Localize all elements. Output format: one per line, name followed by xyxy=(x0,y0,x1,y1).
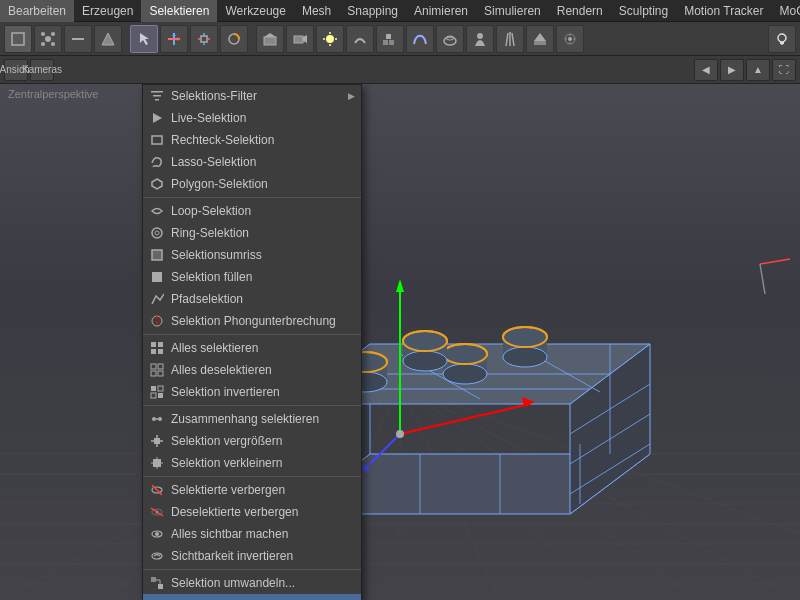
menu-item-loop[interactable]: Loop-Selektion xyxy=(143,200,361,222)
toolbar-view: Ansicht Kameras ◀ ▶ ▲ ⛶ xyxy=(0,56,800,84)
view-nav-up[interactable]: ▲ xyxy=(746,59,770,81)
menu-item-connect[interactable]: Zusammenhang selektieren xyxy=(143,408,361,430)
menu-bearbeiten[interactable]: Bearbeiten xyxy=(0,0,74,22)
svg-line-101 xyxy=(760,259,790,264)
grow-icon xyxy=(149,433,165,449)
menu-item-all[interactable]: Alles selektieren xyxy=(143,337,361,359)
ring-icon xyxy=(149,225,165,241)
svg-rect-105 xyxy=(155,99,159,101)
toolbar-char[interactable] xyxy=(466,25,494,53)
menu-mograph[interactable]: MoGraph xyxy=(772,0,800,22)
svg-point-32 xyxy=(477,33,483,39)
invert-icon xyxy=(149,384,165,400)
svg-point-84 xyxy=(443,364,487,384)
svg-rect-36 xyxy=(534,41,546,45)
toolbar-fx[interactable] xyxy=(556,25,584,53)
toolbar-mode-pts[interactable] xyxy=(34,25,62,53)
svg-rect-29 xyxy=(386,34,391,39)
viewport-scene xyxy=(0,84,800,600)
toolbar-scale[interactable] xyxy=(190,25,218,53)
svg-marker-107 xyxy=(152,179,162,189)
svg-point-3 xyxy=(51,32,55,36)
toolbar-hair[interactable] xyxy=(496,25,524,53)
show-all-icon xyxy=(149,526,165,542)
rect-icon xyxy=(149,132,165,148)
toolbar-select[interactable] xyxy=(130,25,158,53)
menu-rendern[interactable]: Rendern xyxy=(549,0,611,22)
path-icon xyxy=(149,291,165,307)
menu-item-invert-vis[interactable]: Sichtbarkeit invertieren xyxy=(143,545,361,567)
menu-item-lasso[interactable]: Lasso-Selektion xyxy=(143,151,361,173)
menu-item-rect[interactable]: Rechteck-Selektion xyxy=(143,129,361,151)
toolbar-nurbs[interactable] xyxy=(436,25,464,53)
menu-item-freeze[interactable]: Selektion einfrieren xyxy=(143,594,361,600)
svg-rect-104 xyxy=(153,95,161,97)
menu-item-live[interactable]: Live-Selektion xyxy=(143,107,361,129)
svg-rect-103 xyxy=(151,91,163,93)
toolbar-light[interactable] xyxy=(316,25,344,53)
dropdown-menu: Selektions-Filter Live-Selektion Rechtec… xyxy=(142,84,362,600)
toolbar-bulb[interactable] xyxy=(768,25,796,53)
menu-item-convert[interactable]: Selektion umwandeln... xyxy=(143,572,361,594)
toolbar-rotate[interactable] xyxy=(220,25,248,53)
menu-item-filter[interactable]: Selektions-Filter xyxy=(143,85,361,107)
filter-icon xyxy=(149,88,165,104)
menu-item-outline[interactable]: Selektionsumriss xyxy=(143,244,361,266)
menu-animieren[interactable]: Animieren xyxy=(406,0,476,22)
menu-werkzeuge[interactable]: Werkzeuge xyxy=(217,0,293,22)
menu-item-invert[interactable]: Selektion invertieren xyxy=(143,381,361,403)
lasso-icon xyxy=(149,154,165,170)
svg-marker-7 xyxy=(102,33,114,45)
menu-item-show-all[interactable]: Alles sichtbar machen xyxy=(143,523,361,545)
menu-selektieren[interactable]: Selektieren xyxy=(141,0,217,22)
menu-item-grow[interactable]: Selektion vergrößern xyxy=(143,430,361,452)
toolbar-mode-edge[interactable] xyxy=(64,25,92,53)
view-nav-right[interactable]: ▶ xyxy=(720,59,744,81)
menu-item-hide-desel[interactable]: Deselektierte verbergen xyxy=(143,501,361,523)
menu-sculpting[interactable]: Sculpting xyxy=(611,0,676,22)
live-icon xyxy=(149,110,165,126)
svg-rect-12 xyxy=(201,36,207,42)
svg-rect-106 xyxy=(152,136,162,144)
menu-simulieren[interactable]: Simulieren xyxy=(476,0,549,22)
view-fullscreen[interactable]: ⛶ xyxy=(772,59,796,81)
phong-icon xyxy=(149,313,165,329)
svg-rect-134 xyxy=(153,459,161,467)
svg-rect-120 xyxy=(151,371,156,376)
menu-item-phong[interactable]: Selektion Phongunterbrechung xyxy=(143,310,361,332)
toolbar-scene[interactable] xyxy=(526,25,554,53)
svg-point-38 xyxy=(568,37,572,41)
menu-item-shrink[interactable]: Selektion verkleinern xyxy=(143,452,361,474)
svg-point-99 xyxy=(363,465,369,471)
menu-item-path[interactable]: Pfadselektion xyxy=(143,288,361,310)
toolbar-deform[interactable] xyxy=(346,25,374,53)
toolbar-move[interactable] xyxy=(160,25,188,53)
menu-item-poly[interactable]: Polygon-Selektion xyxy=(143,173,361,195)
menu-snapping[interactable]: Snapping xyxy=(339,0,406,22)
view-nav-left[interactable]: ◀ xyxy=(694,59,718,81)
svg-rect-114 xyxy=(151,342,156,347)
menu-motion-tracker[interactable]: Motion Tracker xyxy=(676,0,771,22)
invert-vis-icon xyxy=(149,548,165,564)
svg-point-22 xyxy=(326,35,334,43)
menu-item-ring[interactable]: Ring-Selektion xyxy=(143,222,361,244)
menu-item-fill[interactable]: Selektion füllen xyxy=(143,266,361,288)
menu-item-desel[interactable]: Alles deselektieren xyxy=(143,359,361,381)
svg-point-109 xyxy=(155,231,159,235)
toolbar-mode-poly[interactable] xyxy=(94,25,122,53)
svg-rect-18 xyxy=(264,37,276,45)
toolbar-main xyxy=(0,22,800,56)
menu-erzeugen[interactable]: Erzeugen xyxy=(74,0,141,22)
toolbar-obj-icon[interactable] xyxy=(256,25,284,53)
toolbar-mode-obj[interactable] xyxy=(4,25,32,53)
toolbar-array[interactable] xyxy=(376,25,404,53)
outline-icon xyxy=(149,247,165,263)
menu-mesh[interactable]: Mesh xyxy=(294,0,339,22)
svg-rect-118 xyxy=(151,364,156,369)
svg-rect-20 xyxy=(294,36,303,43)
toolbar-cam[interactable] xyxy=(286,25,314,53)
view-tab-kameras[interactable]: Kameras xyxy=(30,59,54,81)
menu-item-hide-sel[interactable]: Selektierte verbergen xyxy=(143,479,361,501)
toolbar-spline[interactable] xyxy=(406,25,434,53)
svg-rect-27 xyxy=(383,40,388,45)
